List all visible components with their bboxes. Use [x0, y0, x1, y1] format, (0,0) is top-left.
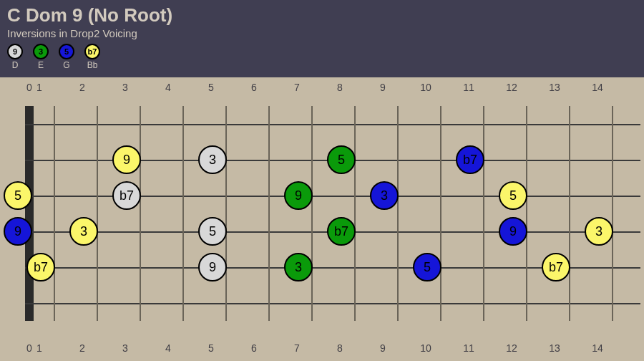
fret-number: 5 [208, 342, 214, 354]
note-marker: 5 [413, 253, 441, 281]
fret-line [569, 106, 570, 321]
fret-line [397, 106, 399, 321]
note-marker: 5 [198, 217, 227, 246]
legend-circle: b7 [84, 44, 100, 59]
legend-item: 9D [7, 44, 23, 70]
fret-number: 14 [592, 82, 603, 93]
fret-line [268, 106, 270, 321]
legend-item: b7Bb [84, 44, 100, 70]
note-marker: b7 [456, 145, 484, 174]
fret-number: 1 [36, 82, 42, 93]
fret-line [440, 106, 441, 321]
note-marker: 9 [284, 181, 313, 210]
legend-note: D [12, 60, 19, 70]
fret-number: 13 [549, 342, 560, 354]
fret-number: 4 [165, 82, 171, 93]
fret-line [612, 106, 613, 321]
legend-item: 5G [59, 44, 74, 70]
legend-note: E [38, 60, 44, 70]
note-marker: 5 [4, 181, 32, 210]
fret-number: 0 [26, 342, 32, 354]
legend-item: 3E [33, 44, 49, 70]
note-marker: 3 [370, 181, 399, 210]
fret-line [97, 106, 98, 321]
fret-line [311, 106, 313, 321]
note-marker: 9 [112, 145, 141, 174]
fret-line [182, 106, 184, 321]
fretboard-area: 01234567891011121314 59b739b7359935b735b… [0, 77, 644, 361]
fret-number: 4 [165, 342, 171, 354]
fret-number: 3 [122, 82, 128, 93]
fret-number: 8 [337, 342, 343, 354]
note-marker: 3 [198, 145, 227, 174]
fret-number: 9 [380, 82, 386, 93]
fretboard: 59b739b7359935b735b759b73 [25, 106, 640, 321]
fret-line [54, 106, 55, 321]
note-marker: 9 [499, 217, 527, 246]
note-marker: 9 [198, 253, 227, 281]
note-marker: 5 [499, 181, 527, 210]
fret-line [225, 106, 227, 321]
fret-number: 11 [463, 82, 474, 93]
note-marker: 5 [327, 145, 356, 174]
legend: 9D3E5Gb7Bb [7, 44, 637, 70]
note-marker: 3 [284, 253, 313, 281]
fret-number: 0 [26, 82, 32, 93]
fret-number: 7 [294, 82, 300, 93]
note-marker: b7 [327, 217, 356, 246]
fret-number: 9 [380, 342, 386, 354]
chord-title: C Dom 9 (No Root) [7, 4, 637, 27]
note-marker: b7 [112, 181, 141, 210]
fret-number: 6 [251, 342, 257, 354]
note-marker: 3 [69, 217, 98, 246]
fret-number: 2 [79, 82, 85, 93]
fret-number: 6 [251, 82, 257, 93]
fret-line [354, 106, 356, 321]
fret-number: 7 [294, 342, 300, 354]
note-marker: 9 [4, 217, 32, 246]
legend-circle: 5 [59, 44, 74, 59]
fret-number: 8 [337, 82, 343, 93]
fret-number: 13 [549, 82, 560, 93]
fret-number: 10 [420, 342, 431, 354]
chord-subtitle: Inversions in Drop2 Voicing [7, 27, 637, 39]
fret-number: 14 [592, 342, 603, 354]
note-marker: 3 [585, 217, 613, 246]
fret-number: 12 [506, 342, 517, 354]
nut [25, 106, 34, 321]
string-line [25, 303, 640, 304]
legend-note: G [63, 60, 69, 70]
header: C Dom 9 (No Root) Inversions in Drop2 Vo… [0, 0, 644, 77]
string-line [25, 124, 640, 125]
fret-number: 10 [420, 82, 431, 93]
fret-number: 11 [463, 342, 474, 354]
legend-note: Bb [87, 60, 98, 70]
fret-line [483, 106, 484, 321]
fret-line [140, 106, 141, 321]
fret-line [526, 106, 527, 321]
fret-number: 2 [79, 342, 85, 354]
fret-number: 12 [506, 82, 517, 93]
legend-circle: 9 [7, 44, 23, 59]
fret-number: 3 [122, 342, 128, 354]
fret-numbers-bottom: 01234567891011121314 [0, 342, 644, 357]
fret-numbers-top: 01234567891011121314 [0, 82, 644, 96]
fret-number: 1 [36, 342, 42, 354]
legend-circle: 3 [33, 44, 49, 59]
fret-number: 5 [208, 82, 214, 93]
note-marker: b7 [542, 253, 570, 281]
note-marker: b7 [26, 253, 55, 281]
